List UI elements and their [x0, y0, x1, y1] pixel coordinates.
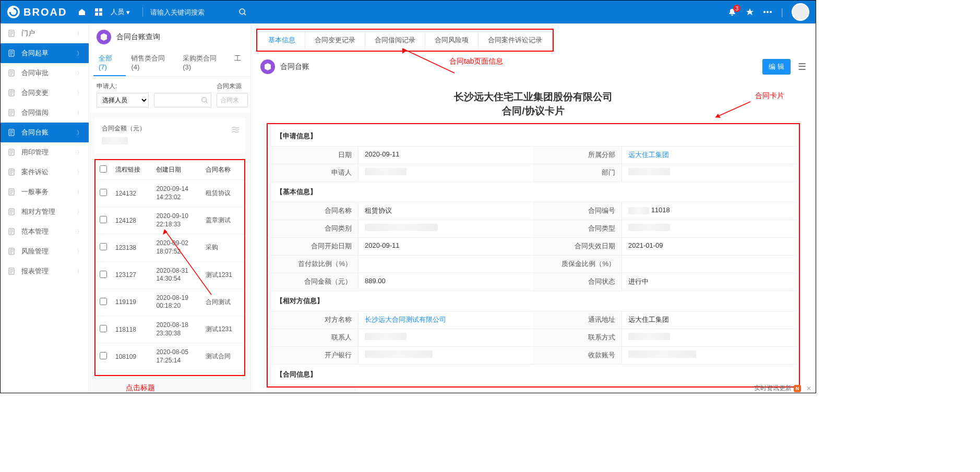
sidebar-item[interactable]: 合同变更〉 — [1, 83, 89, 103]
sidebar-label: 合同台账 — [21, 128, 49, 137]
list-filters: 申请人: 选择人员 合同来源 合同来 — [89, 77, 250, 113]
list-table-wrap: 流程链接 创建日期 合同名称 1241322020-09-1414:23:02租… — [94, 159, 245, 376]
star-icon[interactable] — [745, 7, 755, 17]
doc-icon — [7, 167, 16, 177]
table-row[interactable]: 1191192020-08-1900:18:20合同测试 — [95, 288, 244, 316]
table-row[interactable]: 1231382020-09-0218:07:52采购 — [95, 234, 244, 261]
list-toggle-icon[interactable]: ☰ — [798, 61, 806, 72]
svg-point-5 — [240, 9, 245, 14]
detail-tab[interactable]: 基本信息 — [258, 31, 305, 50]
v-acct — [622, 347, 797, 364]
brand-text: BROAD — [23, 6, 67, 18]
sidebar-item[interactable]: 报表管理〉 — [1, 261, 89, 281]
list-tab[interactable]: 采购类合同 (3) — [177, 50, 229, 76]
k-cno: 合同编号 — [533, 202, 622, 220]
list-header: 合同台账查询 — [89, 23, 250, 50]
bell-icon[interactable]: 3 — [727, 7, 737, 17]
sidebar-label: 案件诉讼 — [21, 167, 49, 177]
detail-tab[interactable]: 合同借阅记录 — [365, 31, 425, 50]
close-icon[interactable]: ✕ — [806, 385, 811, 392]
sidebar-item[interactable]: 合同借阅〉 — [1, 103, 89, 123]
row-checkbox[interactable] — [100, 271, 107, 278]
detail-tab[interactable]: 合同风险项 — [425, 31, 479, 50]
row-checkbox[interactable] — [100, 352, 107, 359]
table-row[interactable]: 1231272020-08-3114:30:54测试1231 — [95, 261, 244, 288]
row-checkbox[interactable] — [100, 325, 107, 332]
sidebar-item[interactable]: 一般事务〉 — [1, 182, 89, 202]
edit-button[interactable]: 编 辑 — [762, 59, 791, 75]
cell-name: 测试1231 — [201, 316, 244, 343]
chevron-right-icon: 〉 — [77, 89, 82, 97]
sidebar-item[interactable]: 合同审批〉 — [1, 63, 89, 83]
applicant-select[interactable]: 选择人员 — [97, 93, 149, 107]
sidebar-item[interactable]: 合同起草〉 — [1, 43, 89, 63]
sidebar-item[interactable]: 用印管理〉 — [1, 142, 89, 162]
k-person: 申请人 — [270, 164, 358, 181]
k-cname: 合同名称 — [270, 202, 358, 220]
source-label: 合同来源 — [217, 82, 248, 91]
select-all[interactable] — [100, 165, 107, 173]
list-header-icon — [97, 30, 111, 44]
list-tab[interactable]: 工 — [229, 50, 246, 76]
chevron-down-icon: ▾ — [126, 8, 130, 16]
table-row[interactable]: 1181182020-08-1823:30:38测试1231 — [95, 316, 244, 343]
detail-tab[interactable]: 合同案件诉讼记录 — [478, 31, 552, 50]
cell-link: 124132 — [111, 180, 152, 207]
chevron-right-icon: 〉 — [77, 50, 82, 57]
v-cno: 11018 — [622, 202, 797, 220]
cell-name: 采购 — [201, 234, 244, 261]
detail-tab[interactable]: 合同变更记录 — [305, 31, 365, 50]
row-checkbox[interactable] — [100, 189, 107, 196]
sidebar-item[interactable]: 风险管理〉 — [1, 241, 89, 261]
more-icon[interactable] — [763, 7, 772, 17]
table-row[interactable]: 1081092020-08-0517:25:14测试合同 — [95, 343, 244, 370]
search-icon[interactable] — [238, 7, 247, 17]
row-checkbox[interactable] — [100, 376, 107, 376]
k-deptm: 部门 — [533, 164, 622, 181]
detail-body: 合同卡片 长沙远大住宅工业集团股份有限公司 合同/协议卡片 【申请信息】 日期2… — [251, 80, 816, 393]
v-attach[interactable]: 32k — [355, 388, 800, 393]
amount-card: 合同金额（元） ≋ — [94, 118, 245, 154]
avatar[interactable] — [792, 3, 809, 21]
doc-icon — [7, 247, 16, 256]
svg-point-7 — [767, 11, 769, 13]
sidebar-item[interactable]: 合同台账〉 — [1, 123, 89, 142]
card-title: 长沙远大住宅工业集团股份有限公司 合同/协议卡片 — [267, 90, 800, 118]
home-icon[interactable] — [77, 7, 87, 17]
k-bank: 开户银行 — [270, 347, 358, 364]
v-contact — [358, 329, 533, 346]
source-select[interactable]: 合同来 — [217, 93, 248, 107]
k-status: 合同状态 — [533, 273, 622, 291]
news-bar: 实时资讯更新 N ✕ — [754, 384, 811, 393]
cell-date: 2020-09-1022:18:33 — [152, 207, 201, 234]
row-checkbox[interactable] — [100, 243, 107, 250]
k-cat: 合同类别 — [270, 220, 358, 237]
sidebar: 门户〉合同起草〉合同审批〉合同变更〉合同借阅〉合同台账〉用印管理〉案件诉讼〉一般… — [1, 23, 89, 393]
sidebar-label: 合同借阅 — [21, 108, 49, 117]
search-input[interactable] — [150, 8, 234, 16]
sidebar-item[interactable]: 案件诉讼〉 — [1, 162, 89, 182]
sidebar-item[interactable]: 门户〉 — [1, 23, 89, 43]
v-first — [358, 256, 533, 273]
k-first: 首付款比例（%） — [270, 256, 358, 273]
grid-icon[interactable] — [94, 7, 103, 17]
doc-icon — [7, 49, 16, 58]
doc-icon — [7, 29, 16, 38]
list-tab[interactable]: 销售类合同 (4) — [126, 50, 177, 76]
people-dropdown[interactable]: 人员 ▾ — [111, 7, 130, 17]
table-row[interactable]: 1241282020-09-1022:18:33盖章测试 — [95, 207, 244, 234]
v-phone — [622, 329, 797, 346]
chevron-right-icon: 〉 — [77, 149, 82, 156]
row-checkbox[interactable] — [100, 298, 107, 305]
sidebar-item[interactable]: 范本管理〉 — [1, 222, 89, 241]
chevron-right-icon: 〉 — [77, 248, 82, 256]
table-row[interactable]: 1241322020-09-1414:23:02租赁协议 — [95, 180, 244, 207]
sidebar-item[interactable]: 相对方管理〉 — [1, 202, 89, 222]
chevron-right-icon: 〉 — [77, 109, 82, 117]
search-box[interactable] — [154, 93, 211, 107]
row-checkbox[interactable] — [100, 216, 107, 223]
v-status: 进行中 — [622, 273, 797, 291]
list-tab[interactable]: 全部 (7) — [93, 50, 126, 76]
v-date: 2020-09-11 — [358, 147, 533, 164]
sidebar-label: 用印管理 — [21, 148, 49, 157]
